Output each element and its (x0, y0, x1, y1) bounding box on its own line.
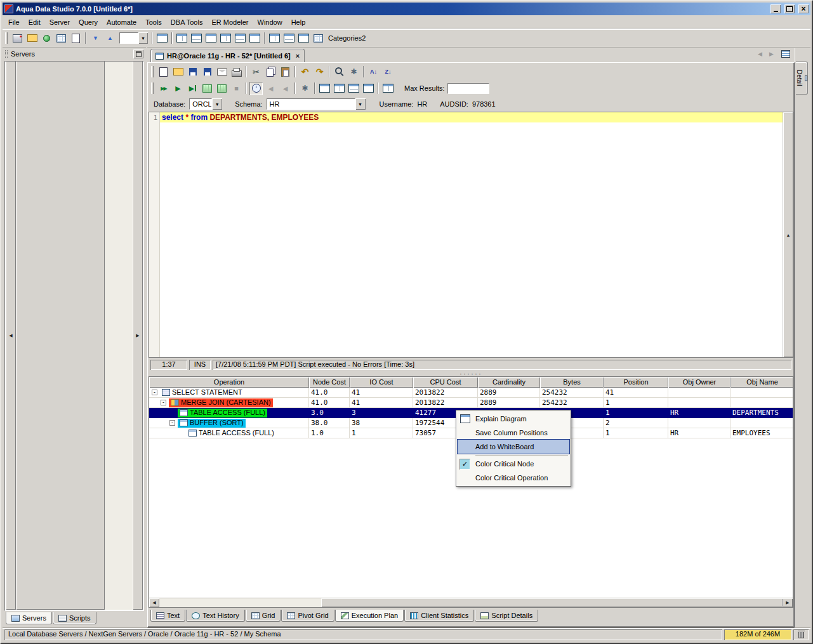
chevron-down-icon[interactable]: ▼ (355, 98, 366, 110)
context-menu-item-color-critical-operation[interactable]: Color Critical Operation (458, 471, 569, 485)
execute-to-cursor-icon[interactable] (186, 82, 199, 95)
column-header-cpu-cost[interactable]: CPU Cost (413, 377, 478, 388)
detail-tab[interactable]: Detail (796, 62, 808, 95)
garbage-collect-button[interactable] (793, 629, 809, 640)
results-window-icon[interactable] (381, 82, 395, 95)
tree-horizontal-scrollbar[interactable]: ◀ ▶ (6, 61, 143, 610)
new-query-window-icon[interactable] (69, 32, 83, 45)
context-menu-item-explain-diagram[interactable]: Explain Diagram (458, 412, 569, 426)
result-tab-pivot-grid[interactable]: Pivot Grid (281, 610, 334, 622)
save-all-icon[interactable] (201, 65, 214, 79)
expander-minus-icon[interactable]: - (161, 400, 166, 405)
result-tab-execution-plan[interactable]: Execution Plan (335, 610, 404, 622)
panel-tab-scripts[interactable]: Scripts (53, 612, 96, 624)
menu-file[interactable]: File (4, 16, 24, 28)
result-tab-client-statistics[interactable]: Client Statistics (404, 610, 474, 622)
auto-commit-icon[interactable] (249, 82, 263, 95)
schema-browser-icon[interactable] (55, 32, 68, 45)
layout-split-vertical-icon[interactable] (175, 32, 188, 45)
close-tab-icon[interactable]: × (296, 52, 300, 60)
toolbar-grip[interactable] (5, 32, 8, 44)
document-tab[interactable]: HR@Oracle 11g - HR - 52* [Untitled 6] × (150, 49, 305, 62)
stop-icon[interactable] (230, 82, 243, 95)
chevron-down-icon[interactable]: ▼ (138, 32, 148, 44)
layout-cascade-icon[interactable] (234, 32, 247, 45)
result-tab-grid[interactable]: Grid (246, 610, 281, 622)
scroll-down-icon[interactable]: ▼ (783, 357, 793, 358)
editor-vertical-scrollbar[interactable]: ▲ ▼ (783, 112, 793, 357)
scroll-left-icon[interactable]: ◀ (6, 61, 16, 610)
menu-tools[interactable]: Tools (141, 16, 166, 28)
result-tab-text-history[interactable]: Text History (186, 610, 244, 622)
scroll-up-icon[interactable]: ▲ (783, 112, 793, 357)
schema-value[interactable]: HR (267, 98, 355, 110)
toolbar-grip[interactable] (151, 66, 154, 77)
scroll-thumb[interactable] (321, 598, 783, 607)
window-dock-icon[interactable] (297, 32, 310, 45)
column-header-node-cost[interactable]: Node Cost (309, 377, 350, 388)
panel-tab-servers[interactable]: Servers (6, 612, 52, 624)
menu-query[interactable]: Query (74, 16, 102, 28)
splitter-handle[interactable] (149, 371, 793, 376)
next-tab-icon[interactable]: ▶ (767, 49, 776, 58)
column-header-cardinality[interactable]: Cardinality (478, 377, 540, 388)
execute-icon[interactable] (171, 82, 185, 95)
maximize-icon[interactable] (784, 4, 795, 13)
toolbar-combo[interactable]: ▼ (119, 32, 148, 44)
server-group-icon[interactable] (25, 32, 39, 45)
scroll-right-icon[interactable]: ▶ (133, 61, 143, 610)
register-server-icon[interactable] (11, 32, 24, 45)
tab-list-icon[interactable] (779, 47, 792, 60)
query-options-icon[interactable] (298, 82, 312, 95)
chevron-down-icon[interactable]: ▼ (212, 98, 222, 110)
previous-tab-icon[interactable]: ◀ (755, 49, 765, 58)
max-results-input[interactable] (447, 83, 489, 94)
menu-edit[interactable]: Edit (24, 16, 45, 28)
expander-minus-icon[interactable]: - (152, 390, 157, 395)
layout-split-horizontal-icon[interactable] (190, 32, 203, 45)
scroll-track[interactable] (16, 61, 133, 610)
toolbar-combo-value[interactable] (119, 32, 138, 44)
menu-dba-tools[interactable]: DBA Tools (166, 16, 208, 28)
cut-icon[interactable] (249, 65, 263, 79)
window-float-icon[interactable] (282, 32, 296, 45)
results-plan-view-icon[interactable] (362, 82, 375, 95)
scroll-thumb[interactable] (16, 61, 105, 610)
categories-label[interactable]: Categories2 (328, 34, 366, 42)
database-select[interactable]: ORCL▼ (189, 98, 222, 110)
menu-help[interactable]: Help (287, 16, 310, 28)
grid-horizontal-scrollbar[interactable]: ◀ ▶ (149, 598, 793, 607)
rollback-icon[interactable] (264, 82, 277, 95)
email-results-icon[interactable] (215, 65, 228, 79)
menu-server[interactable]: Server (45, 16, 74, 28)
execute-explain-icon[interactable] (215, 82, 228, 95)
save-icon[interactable] (186, 65, 199, 79)
schema-select[interactable]: HR▼ (267, 98, 366, 110)
minimize-icon[interactable] (770, 4, 781, 13)
new-script-icon[interactable] (157, 65, 170, 79)
scroll-track[interactable] (159, 598, 783, 607)
menu-automate[interactable]: Automate (102, 16, 141, 28)
import-icon[interactable] (89, 32, 102, 45)
categories-icon[interactable] (312, 32, 325, 45)
print-icon[interactable] (230, 65, 243, 79)
redo-icon[interactable] (313, 65, 326, 79)
undo-icon[interactable] (298, 65, 312, 79)
layout-single-icon[interactable] (155, 32, 169, 45)
result-tab-text[interactable]: Text (150, 610, 185, 622)
float-panel-icon[interactable] (133, 49, 143, 58)
results-pivot-view-icon[interactable] (347, 82, 360, 95)
panel-grip[interactable] (5, 50, 8, 58)
find-icon[interactable] (333, 65, 346, 79)
window-new-icon[interactable] (268, 32, 281, 45)
results-text-view-icon[interactable] (318, 82, 331, 95)
commit-icon[interactable] (279, 82, 292, 95)
column-header-io-cost[interactable]: IO Cost (350, 377, 413, 388)
code-area[interactable]: select * from DEPARTMENTS, EMPLOYEES (160, 112, 783, 357)
copy-icon[interactable] (264, 65, 277, 79)
column-header-position[interactable]: Position (604, 377, 668, 388)
format-sql-icon[interactable] (347, 65, 360, 79)
layout-grid-icon[interactable] (219, 32, 232, 45)
column-header-operation[interactable]: Operation (149, 377, 309, 388)
layout-tabbed-icon[interactable] (204, 32, 218, 45)
